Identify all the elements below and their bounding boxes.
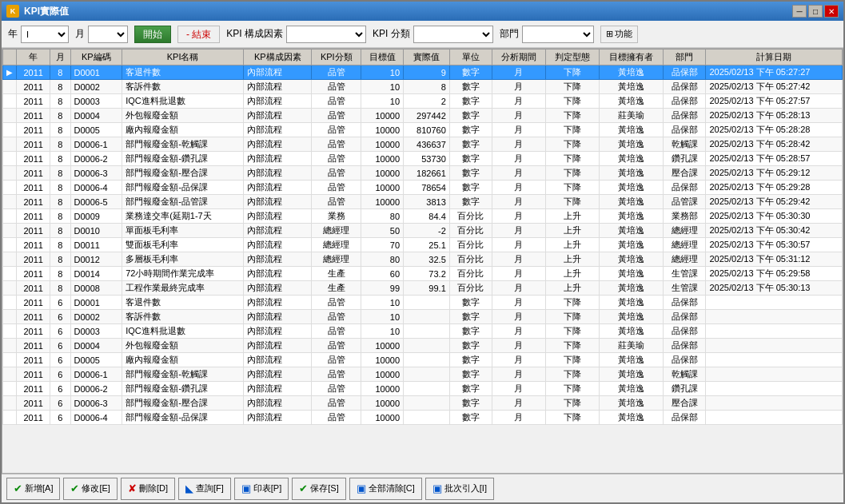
table-row[interactable]: 20118D0006-1部門報廢金額-乾觸課內部流程品管10000436637數…: [3, 137, 843, 152]
table-row[interactable]: 20118D0008工程作業最終完成率內部流程生產9999.1百分比月上升黃培逸…: [3, 281, 843, 296]
func-button[interactable]: ⊞ 功能: [600, 26, 638, 43]
table-row[interactable]: 20118D0009業務達交率(延期1-7天內部流程業務8084.4百分比月上升…: [3, 209, 843, 224]
cell-9: 數字: [449, 94, 492, 109]
end-button[interactable]: - 結束: [177, 26, 220, 43]
col-header-actual: 實際值: [404, 50, 450, 65]
cell-11: 下降: [545, 411, 599, 425]
cell-5: 內部流程: [244, 137, 312, 152]
add-button[interactable]: ✔ 新增[A]: [6, 478, 60, 500]
cell-4: 部門報廢金額-鑽孔課: [122, 382, 244, 396]
cell-11: 下降: [545, 109, 599, 123]
maximize-button[interactable]: □: [808, 5, 823, 18]
cell-4: 客訴件數: [122, 310, 244, 324]
cell-12: 黃培逸: [599, 310, 664, 324]
cell-13: 品保部: [664, 123, 706, 137]
month-select[interactable]: [88, 26, 128, 43]
cell-0: [3, 109, 17, 123]
table-row[interactable]: 20116D0006-4部門報廢金額-品保課內部流程品管10000數字月下降黃培…: [3, 411, 843, 425]
start-button[interactable]: 開始: [134, 26, 171, 43]
cell-11: 下降: [545, 152, 599, 166]
print-button[interactable]: ▣ 印表[P]: [234, 478, 289, 500]
cell-2: 8: [50, 65, 70, 80]
cell-9: 數字: [449, 411, 492, 425]
cell-9: 數字: [449, 353, 492, 367]
table-row[interactable]: 20118D0005廠內報廢金額內部流程品管10000810760數字月下降黃培…: [3, 123, 843, 137]
close-button[interactable]: ✕: [824, 5, 839, 18]
table-row[interactable]: 20118D0003IQC進料批退數內部流程品管102數字月下降黃培逸品保部20…: [3, 94, 843, 109]
cell-11: 下降: [545, 137, 599, 152]
table-row[interactable]: 20116D0005廠內報廢金額內部流程品管10000數字月下降黃培逸品保部: [3, 353, 843, 367]
cell-7: 80: [361, 252, 404, 267]
cell-12: 黃培逸: [599, 224, 664, 238]
table-row[interactable]: 20116D0006-1部門報廢金額-乾觸課內部流程品管10000數字月下降黃培…: [3, 367, 843, 382]
cell-6: 業務: [312, 209, 361, 224]
table-row[interactable]: 20116D0002客訴件數內部流程品管10數字月下降黃培逸品保部: [3, 310, 843, 324]
batch-import-button[interactable]: ▣ 批次引入[I]: [425, 478, 494, 500]
table-row[interactable]: 20118D0002客訴件數內部流程品管108數字月下降黃培逸品保部2025/0…: [3, 80, 843, 94]
cell-13: 品管課: [664, 195, 706, 209]
cell-4: 部門報廢金額-壓合課: [122, 396, 244, 411]
cell-4: 部門報廢金額-鑽孔課: [122, 152, 244, 166]
add-icon: ✔: [14, 482, 22, 494]
cell-2: 8: [50, 80, 70, 94]
cell-5: 內部流程: [244, 324, 312, 339]
cell-0: [3, 181, 17, 195]
year-label: 年: [8, 27, 18, 41]
cell-10: 月: [492, 181, 545, 195]
cell-1: 2011: [17, 310, 50, 324]
cell-11: 下降: [545, 296, 599, 310]
clear-all-button[interactable]: ▣ 全部清除[C]: [349, 478, 422, 500]
cell-3: D0010: [70, 224, 122, 238]
cell-6: 品管: [312, 181, 361, 195]
cell-10: 月: [492, 224, 545, 238]
col-header-target: 目標值: [361, 50, 404, 65]
query-button[interactable]: ◣ 查詢[F]: [178, 478, 231, 500]
cell-0: [3, 353, 17, 367]
cell-14: 2025/02/13 下午 05:28:28: [706, 123, 843, 137]
cell-13: 鑽孔課: [664, 382, 706, 396]
cell-14: 2025/02/13 下午 05:31:12: [706, 252, 843, 267]
kpi-class-select[interactable]: [413, 26, 493, 43]
cell-14: [706, 324, 843, 339]
table-row[interactable]: ▶20118D0001客退件數內部流程品管109數字月下降黃培逸品保部2025/…: [3, 65, 843, 80]
kpi-factor-select[interactable]: [286, 26, 366, 43]
funnel-icon: ⊞: [606, 29, 613, 39]
edit-button[interactable]: ✔ 修改[E]: [63, 478, 117, 500]
table-row[interactable]: 20118D0011雙面板毛利率內部流程總經理7025.1百分比月上升黃培逸總經…: [3, 238, 843, 252]
col-header-class: KPI分類: [312, 50, 361, 65]
cell-9: 百分比: [449, 267, 492, 281]
cell-11: 下降: [545, 181, 599, 195]
cell-7: 10: [361, 80, 404, 94]
table-row[interactable]: 20118D0006-5部門報廢金額-品管課內部流程品管100003813數字月…: [3, 195, 843, 209]
table-row[interactable]: 20118D001472小時期間作業完成率內部流程生產6073.2百分比月上升黃…: [3, 267, 843, 281]
minimize-button[interactable]: ─: [792, 5, 807, 18]
cell-5: 內部流程: [244, 166, 312, 181]
table-row[interactable]: 20116D0004外包報廢金額內部流程品管10000數字月下降莊美瑜品保部: [3, 339, 843, 353]
table-row[interactable]: 20118D0010單面板毛利率內部流程總經理50-2百分比月上升黃培逸總經理2…: [3, 224, 843, 238]
table-row[interactable]: 20116D0001客退件數內部流程品管10數字月下降黃培逸品保部: [3, 296, 843, 310]
cell-2: 8: [50, 166, 70, 181]
table-row[interactable]: 20116D0006-2部門報廢金額-鑽孔課內部流程品管10000數字月下降黃培…: [3, 382, 843, 396]
cell-11: 下降: [545, 324, 599, 339]
delete-button[interactable]: ✘ 刪除[D]: [121, 478, 175, 500]
year-select[interactable]: I: [21, 26, 69, 43]
table-row[interactable]: 20118D0006-3部門報廢金額-壓合課內部流程品管10000182661數…: [3, 166, 843, 181]
table-row[interactable]: 20116D0006-3部門報廢金額-壓合課內部流程品管10000數字月下降黃培…: [3, 396, 843, 411]
cell-10: 月: [492, 137, 545, 152]
cell-1: 2011: [17, 353, 50, 367]
cell-5: 內部流程: [244, 267, 312, 281]
table-container[interactable]: 年 月 KP編碼 KPI名稱 KP構成因素 KPI分類 目標值 實際值 單位 分…: [2, 48, 843, 474]
table-row[interactable]: 20118D0012多層板毛利率內部流程總經理8032.5百分比月上升黃培逸總經…: [3, 252, 843, 267]
table-row[interactable]: 20118D0004外包報廢金額內部流程品管10000297442數字月下降莊美…: [3, 109, 843, 123]
table-row[interactable]: 20118D0006-4部門報廢金額-品保課內部流程品管1000078654數字…: [3, 181, 843, 195]
cell-5: 內部流程: [244, 296, 312, 310]
table-row[interactable]: 20116D0003IQC進料批退數內部流程品管10數字月下降黃培逸品保部: [3, 324, 843, 339]
cell-5: 內部流程: [244, 353, 312, 367]
cell-8: 810760: [404, 123, 450, 137]
table-row[interactable]: 20118D0006-2部門報廢金額-鑽孔課內部流程品管1000053730數字…: [3, 152, 843, 166]
cell-3: D0006-2: [70, 152, 122, 166]
cell-3: D0001: [70, 296, 122, 310]
cell-11: 下降: [545, 166, 599, 181]
dept-select[interactable]: [522, 26, 594, 43]
save-button[interactable]: ✔ 保存[S]: [292, 478, 345, 500]
